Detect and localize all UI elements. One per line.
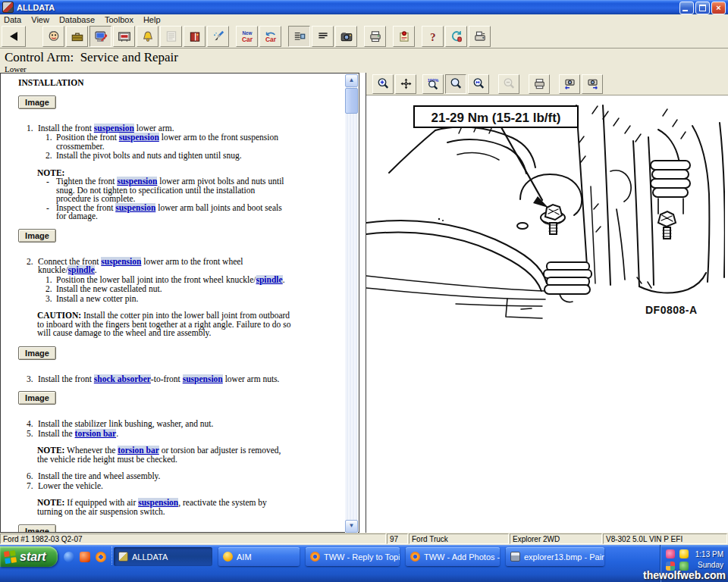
content-area: INSTALLATIONImage1.Install the front sus… bbox=[0, 73, 728, 533]
image-button-row: Image bbox=[18, 346, 333, 360]
list-item: 3.Install a new cotter pin. bbox=[18, 295, 333, 304]
part-link[interactable]: spindle bbox=[256, 275, 283, 284]
zoom-100-button[interactable]: 100% bbox=[422, 74, 444, 94]
taskbar-button-alldata[interactable]: ALLDATA bbox=[114, 547, 212, 566]
note-paragraph: NOTE: If equipped with air suspension, r… bbox=[37, 499, 291, 516]
browse-button[interactable] bbox=[160, 26, 182, 47]
paint-brush-icon bbox=[212, 30, 225, 43]
scroll-thumb[interactable] bbox=[345, 88, 358, 114]
taskbar-buttons: ALLDATAAIMTWW - Reply to Topic...TWW - A… bbox=[114, 547, 604, 566]
part-link[interactable]: torsion bar bbox=[75, 429, 117, 438]
help-button[interactable]: ? bbox=[422, 26, 444, 47]
assistant-button[interactable] bbox=[42, 26, 64, 47]
diagram-canvas[interactable]: 21-29 Nm (15-21 lb/ft) DF0808-A bbox=[366, 95, 728, 533]
zoom-out-button-disabled[interactable] bbox=[498, 74, 519, 94]
scroll-down-button[interactable]: ▼ bbox=[345, 520, 358, 533]
image-button[interactable]: Image bbox=[18, 346, 56, 360]
start-button[interactable]: start bbox=[0, 546, 58, 567]
part-link[interactable]: shock absorber bbox=[94, 374, 151, 383]
aim-icon bbox=[223, 552, 233, 562]
help-icon: ? bbox=[426, 30, 440, 43]
close-button[interactable]: × bbox=[711, 2, 726, 14]
tray-icon-2[interactable] bbox=[679, 549, 689, 559]
next-image-button[interactable] bbox=[582, 74, 603, 94]
internet-launcher-icon[interactable] bbox=[64, 552, 74, 562]
image-button[interactable]: Image bbox=[18, 524, 56, 532]
book-button[interactable] bbox=[184, 26, 206, 47]
note-bullet-item: -Inspect the front suspension lower arm … bbox=[18, 204, 333, 221]
part-link[interactable]: suspension bbox=[183, 374, 223, 383]
taskbar-button-explorer13-bmp-paint[interactable]: explorer13.bmp - Paint bbox=[506, 547, 604, 566]
clock[interactable]: 1:13 PM Sunday bbox=[695, 549, 723, 571]
tsb-button[interactable] bbox=[113, 26, 135, 47]
part-link[interactable]: suspension bbox=[101, 257, 141, 266]
svg-text:Car: Car bbox=[265, 36, 276, 43]
firefox-icon bbox=[310, 552, 320, 562]
toolbox-button[interactable] bbox=[66, 26, 88, 47]
paint-brush-button[interactable] bbox=[207, 26, 229, 47]
assistant-icon bbox=[47, 30, 61, 43]
notes-button[interactable] bbox=[393, 26, 415, 47]
image-view-button[interactable] bbox=[335, 26, 357, 47]
tray-icon-1[interactable] bbox=[666, 549, 675, 559]
taskbar-button-tww-reply-to-topic[interactable]: TWW - Reply to Topic... bbox=[306, 547, 400, 566]
part-link[interactable]: suspension bbox=[117, 177, 157, 186]
torque-label: 21-29 Nm (15-21 lb/ft) bbox=[431, 111, 561, 125]
part-link[interactable]: suspension bbox=[115, 203, 155, 212]
paint-icon bbox=[510, 552, 520, 562]
text-image-view-icon bbox=[293, 30, 306, 43]
taskbar-button-label: AIM bbox=[237, 552, 252, 562]
fax-button[interactable] bbox=[469, 26, 491, 47]
taskbar-button-tww-add-photos[interactable]: TWW - Add Photos - ... bbox=[406, 547, 500, 566]
main-toolbar: NewCar Car ? bbox=[0, 25, 728, 48]
scroll-up-button[interactable]: ▲ bbox=[345, 74, 358, 87]
part-link[interactable]: spindle bbox=[68, 265, 95, 274]
firefox-icon[interactable] bbox=[96, 552, 106, 562]
messenger-icon[interactable] bbox=[80, 552, 90, 562]
back-button[interactable] bbox=[2, 26, 26, 47]
image-view-icon bbox=[340, 30, 353, 43]
image-button[interactable]: Image bbox=[18, 229, 56, 242]
service-bell-button[interactable] bbox=[136, 26, 158, 47]
zoom-in-button[interactable] bbox=[372, 74, 394, 94]
taskbar-button-aim[interactable]: AIM bbox=[218, 547, 300, 566]
zoom-out-icon bbox=[503, 77, 516, 90]
tray-icons bbox=[666, 549, 689, 571]
previous-image-button[interactable] bbox=[559, 74, 580, 94]
tsb-icon bbox=[118, 30, 131, 43]
document-header: Control Arm: Service and Repair Lower bbox=[0, 48, 728, 74]
print-button[interactable] bbox=[364, 26, 386, 47]
menu-view[interactable]: View bbox=[27, 14, 55, 25]
zoom-select-button[interactable] bbox=[445, 74, 466, 94]
part-link[interactable]: suspension bbox=[119, 133, 159, 142]
menu-data[interactable]: Data bbox=[0, 14, 27, 25]
refresh-button[interactable] bbox=[445, 26, 467, 47]
restore-button[interactable] bbox=[695, 2, 710, 14]
list-item: 1.Install the front suspension lower arm… bbox=[18, 124, 333, 133]
fit-width-button[interactable] bbox=[468, 74, 489, 94]
print-image-button[interactable] bbox=[529, 74, 550, 94]
part-link[interactable]: suspension bbox=[138, 498, 178, 507]
menu-help[interactable]: Help bbox=[140, 14, 167, 25]
change-car-button[interactable]: Car bbox=[259, 26, 281, 47]
refresh-icon bbox=[450, 30, 463, 43]
toolbox-icon bbox=[71, 30, 84, 43]
list-item: 2.Connect the front suspension lower arm… bbox=[18, 258, 333, 275]
text-view-button[interactable] bbox=[312, 26, 334, 47]
article-scrollbar[interactable]: ▲ ▼ bbox=[345, 74, 358, 533]
browse-icon bbox=[165, 30, 178, 43]
new-car-button[interactable]: NewCar bbox=[236, 26, 258, 47]
image-button[interactable]: Image bbox=[18, 391, 56, 405]
minimize-button[interactable] bbox=[679, 2, 694, 14]
part-link[interactable]: torsion bar bbox=[118, 446, 159, 455]
part-link[interactable]: suspension bbox=[94, 124, 134, 133]
menu-database[interactable]: Database bbox=[55, 14, 101, 25]
image-toolbar: 100% bbox=[366, 73, 728, 95]
menu-toolbox[interactable]: Toolbox bbox=[101, 14, 140, 25]
text-image-view-button[interactable] bbox=[288, 26, 310, 47]
image-button-row: Image bbox=[18, 229, 333, 242]
image-button[interactable]: Image bbox=[18, 95, 56, 109]
repair-information-button[interactable] bbox=[89, 26, 111, 47]
pan-button[interactable] bbox=[395, 74, 416, 94]
clock-time: 1:13 PM bbox=[695, 549, 723, 560]
